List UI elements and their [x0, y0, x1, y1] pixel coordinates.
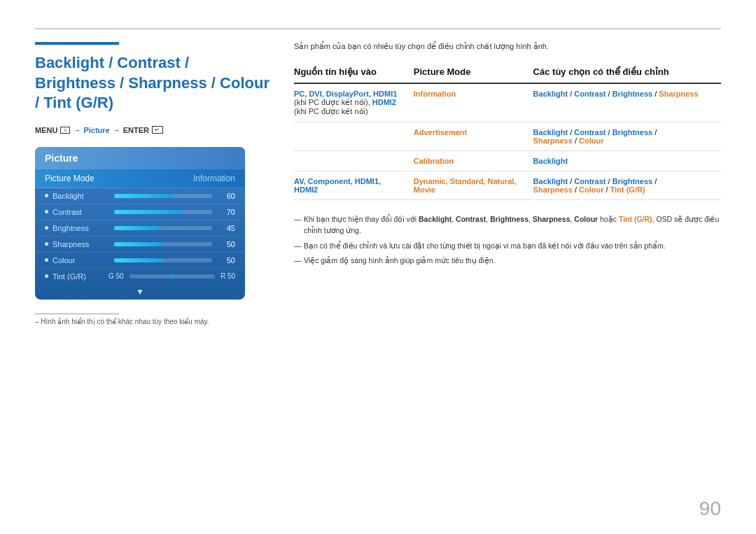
picture-word: Picture: [83, 126, 109, 134]
source-text-1: PC, DVI, DisplayPort, HDMI1: [294, 90, 397, 98]
tint-fill: [170, 274, 174, 279]
backlight-track[interactable]: [114, 194, 212, 198]
note-1: Khi bạn thực hiện thay đổi đối với Backl…: [294, 214, 721, 237]
picture-mode-row: Picture Mode Information: [35, 169, 245, 188]
header-mode: Picture Mode: [414, 62, 533, 83]
mode-cell-1: Information: [414, 83, 533, 122]
enter-icon: ↵: [152, 126, 163, 134]
contrast-label: Contrast: [52, 208, 108, 216]
brightness-value: 45: [218, 224, 235, 232]
picture-mode-value: Information: [193, 174, 235, 183]
source-cell-2: [294, 122, 414, 151]
accent-line: [35, 42, 119, 45]
options-cell-2: Backlight / Contrast / Brightness / Shar…: [533, 122, 721, 151]
tint-r-label: R 50: [220, 272, 235, 280]
contrast-row: Contrast 70: [35, 204, 245, 220]
colour-row: Colour 50: [35, 253, 245, 269]
backlight-value: 60: [218, 192, 235, 200]
table-row: PC, DVI, DisplayPort, HDMI1 (khi PC được…: [294, 83, 721, 122]
colour-fill: [114, 258, 163, 262]
source-text-1b: (khi PC được kết nối),: [294, 98, 372, 106]
sharpness-track[interactable]: [114, 242, 212, 246]
right-column: Sản phẩm của bạn có nhiều tùy chọn để đi…: [294, 42, 721, 325]
mode-cell-3: Calibration: [414, 151, 533, 171]
mode-text-4: Dynamic, Standard, Natural, Movie: [414, 177, 517, 194]
menu-word: MENU: [35, 126, 57, 134]
options-text-4a: Backlight: [533, 177, 568, 185]
note-3: Việc giảm độ sáng hình ảnh giúp giảm mức…: [294, 255, 721, 267]
table-row: Advertisement Backlight / Contrast / Bri…: [294, 122, 721, 151]
footnote-text: – Hình ảnh hiển thị có thể khác nhau tùy…: [35, 318, 273, 325]
main-title: Backlight / Contrast / Brightness / Shar…: [35, 53, 273, 113]
info-table: Nguồn tín hiệu vào Picture Mode Các tùy …: [294, 62, 721, 200]
source-cell-4: AV, Component, HDMI1, HDMI2: [294, 171, 414, 200]
tint-label: Tint (G/R): [52, 272, 108, 281]
options-cell-3: Backlight: [533, 151, 721, 171]
intro-text: Sản phẩm của bạn có nhiều tùy chọn để đi…: [294, 42, 721, 51]
arrow1: →: [73, 126, 80, 134]
options-text-3: Backlight: [533, 157, 568, 165]
sharpness-value: 50: [218, 240, 235, 248]
picture-panel: Picture Picture Mode Information Backlig…: [35, 147, 245, 300]
contrast-fill: [114, 210, 183, 214]
menu-icon: ≡: [60, 127, 70, 134]
mode-text-3: Calibration: [414, 157, 454, 165]
note-2: Bạn có thể điều chỉnh và lưu cài đặt cho…: [294, 241, 721, 252]
panel-header: Picture: [35, 147, 245, 169]
mode-cell-2: Advertisement: [414, 122, 533, 151]
sharpness-row: Sharpness 50: [35, 237, 245, 253]
notes-section: Khi bạn thực hiện thay đổi đối với Backl…: [294, 214, 721, 267]
arrow2: →: [113, 126, 120, 134]
header-source: Nguồn tín hiệu vào: [294, 62, 414, 83]
tint-row: Tint (G/R) G 50 R 50: [35, 269, 245, 284]
panel-arrow: ▼: [35, 284, 245, 300]
footnote-line: [35, 314, 119, 314]
tint-track[interactable]: [130, 274, 215, 279]
sharpness-dot: [45, 242, 48, 246]
brightness-row: Brightness 45: [35, 220, 245, 237]
sharpness-fill: [114, 242, 163, 246]
colour-value: 50: [218, 256, 235, 265]
colour-dot: [45, 258, 48, 262]
backlight-fill: [114, 194, 173, 198]
brightness-dot: [45, 226, 48, 230]
options-cell-4: Backlight / Contrast / Brightness / Shar…: [533, 171, 721, 200]
mode-cell-4: Dynamic, Standard, Natural, Movie: [414, 171, 533, 200]
options-sharpness-2: Sharpness: [533, 136, 573, 145]
options-colour-2: Colour: [579, 136, 603, 145]
sharpness-label: Sharpness: [52, 240, 108, 248]
mode-text-1: Information: [414, 90, 456, 98]
source-text-1c: HDMI2: [372, 98, 396, 106]
backlight-row: Backlight 60: [35, 188, 245, 204]
page-number: 90: [699, 498, 721, 520]
left-column: Backlight / Contrast / Brightness / Shar…: [35, 42, 273, 325]
top-divider: [35, 28, 721, 29]
header-options: Các tùy chọn có thể điều chỉnh: [533, 62, 721, 83]
menu-instruction: MENU ≡ → Picture → ENTER ↵: [35, 126, 273, 134]
picture-mode-label: Picture Mode: [45, 174, 94, 183]
source-cell-1: PC, DVI, DisplayPort, HDMI1 (khi PC được…: [294, 83, 414, 122]
colour-track[interactable]: [114, 258, 212, 262]
colour-label: Colour: [52, 256, 108, 265]
sep: /: [568, 90, 574, 98]
contrast-dot: [45, 210, 48, 213]
options-text-2: Backlight: [533, 128, 568, 136]
source-cell-3: [294, 151, 414, 171]
tint-g-label: G 50: [108, 272, 124, 280]
backlight-dot: [45, 194, 48, 197]
source-text-4: AV, Component, HDMI1, HDMI2: [294, 177, 381, 194]
source-text-1d: (khi PC được kết nối): [294, 107, 368, 115]
options-text-1: Backlight: [533, 90, 568, 98]
enter-word: ENTER: [123, 126, 149, 134]
mode-text-2: Advertisement: [414, 128, 467, 136]
contrast-track[interactable]: [114, 210, 212, 214]
brightness-track[interactable]: [114, 226, 212, 230]
backlight-label: Backlight: [52, 192, 108, 200]
brightness-fill: [114, 226, 158, 230]
table-row: Calibration Backlight: [294, 151, 721, 171]
tint-dot: [45, 274, 48, 278]
contrast-value: 70: [218, 208, 235, 216]
options-cell-1: Backlight / Contrast / Brightness / Shar…: [533, 83, 721, 122]
page-container: Backlight / Contrast / Brightness / Shar…: [0, 0, 756, 534]
options-text-4b: Sharpness: [533, 185, 573, 194]
